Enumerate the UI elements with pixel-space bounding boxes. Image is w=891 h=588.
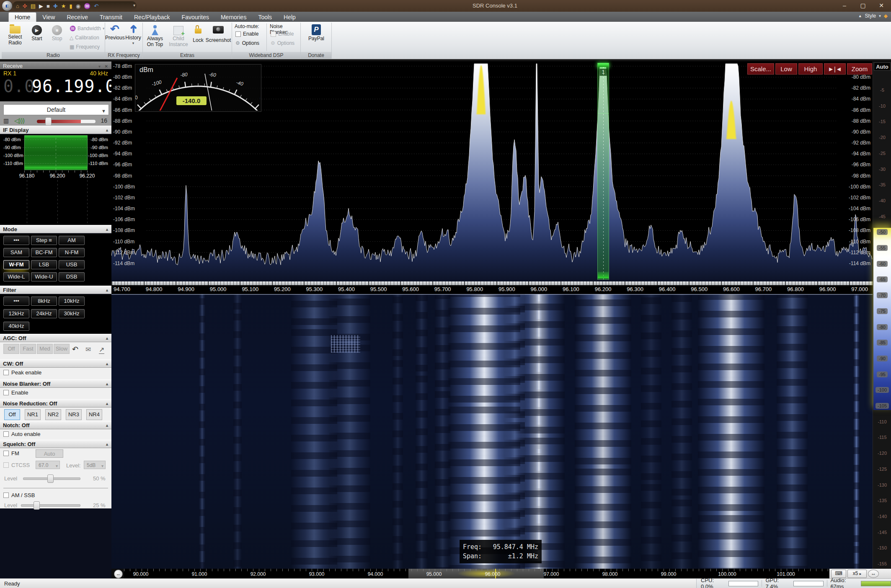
mode-button-bcfm[interactable]: BC-FM <box>31 248 57 257</box>
noise-blanker-panel-header[interactable]: Noise Blanker: Off▴ <box>0 379 111 388</box>
folder-icon[interactable]: ▤ <box>31 3 36 9</box>
notch-auto-checkbox[interactable] <box>3 431 9 437</box>
auto-scale-button[interactable]: Auto <box>874 62 891 71</box>
if-display-header[interactable]: IF Display▴ <box>0 126 111 134</box>
squelch-fm-checkbox[interactable] <box>3 451 9 456</box>
style-dropdown-icon[interactable]: ▾ <box>879 14 881 18</box>
am-ssb-level-thumb[interactable] <box>34 501 40 510</box>
receive-panel-header[interactable]: Receive ▾ ✕ <box>0 62 111 70</box>
filter-panel-header[interactable]: Filter▴ <box>0 286 111 294</box>
filter-button-24khz[interactable]: 24kHz <box>31 309 57 318</box>
profile-combo[interactable]: Default▼ <box>3 104 109 115</box>
mode-button-nfm[interactable]: N-FM <box>59 248 85 257</box>
tab-memories[interactable]: Memories <box>215 13 252 22</box>
select-radio-button[interactable]: Select Radio <box>4 23 26 51</box>
app-logo-icon[interactable]: ◧ <box>2 0 13 11</box>
maximize-button[interactable]: ▢ <box>856 0 870 11</box>
noise-blanker-enable[interactable]: Enable <box>271 31 294 37</box>
am-ssb-level-track[interactable] <box>21 504 80 507</box>
start-button[interactable]: ▶ Start <box>28 23 46 51</box>
colour-scale-highlight[interactable] <box>873 228 891 410</box>
equalizer-icon[interactable]: ▥ <box>3 117 9 124</box>
squelch-auto-button[interactable]: Auto <box>36 449 63 458</box>
nr-button-nr1[interactable]: NR1 <box>25 409 41 420</box>
agc-panel-header[interactable]: AGC: Off▴ <box>0 334 111 342</box>
filter-button-40khz[interactable]: 40kHz <box>3 322 29 331</box>
stop-icon[interactable]: ■ <box>46 3 50 9</box>
home-icon[interactable]: ⌂ <box>16 3 19 9</box>
agc-button-fast[interactable]: Fast <box>20 344 36 354</box>
nr-button-nr4[interactable]: NR4 <box>86 409 102 420</box>
filter-button-10khz[interactable]: 10kHz <box>59 297 85 306</box>
ctcss-level-select[interactable]: 5dB▾ <box>84 461 106 469</box>
mode-panel-header[interactable]: Mode▴ <box>0 225 111 233</box>
frequency-display[interactable]: RX 1 40 kHz 0.0 96.199.000 <box>0 69 111 101</box>
mode-button-lsb[interactable]: LSB <box>31 260 57 269</box>
previous-button[interactable]: ↶ Previous <box>105 23 124 51</box>
peak-enable-option[interactable]: Peak enable <box>3 369 41 376</box>
lock-button[interactable]: Lock <box>191 23 206 51</box>
ctcss-freq-select[interactable]: 67.0▾ <box>36 461 60 469</box>
squelch-level-thumb[interactable] <box>47 475 54 483</box>
mode-button-wfm[interactable]: W-FM <box>3 260 29 269</box>
volume-thumb[interactable] <box>45 117 52 126</box>
mode-button-widel[interactable]: Wide-L <box>3 272 29 281</box>
tab-help[interactable]: Help <box>278 13 302 22</box>
select-radio-icon[interactable]: ✜ <box>23 3 27 9</box>
spectrum-button-[interactable]: ►|◄ <box>824 63 846 75</box>
rx-marker-cap[interactable] <box>598 63 609 67</box>
waterfall-display[interactable]: Freq:95.847.4 MHz Span:±1.2 MHz <box>111 294 873 569</box>
tune-icon[interactable]: ♒ <box>84 3 90 9</box>
nav-zoom-button[interactable]: x5 ▸ <box>847 570 867 578</box>
noise-reduction-panel-header[interactable]: Noise Reduction: Off▴ <box>0 399 111 407</box>
spectrum-button-high[interactable]: High <box>798 63 823 75</box>
favourite-icon[interactable]: ★ <box>61 3 66 9</box>
mode-button-usb[interactable]: USB <box>59 260 85 269</box>
auto-mute-options[interactable]: ⚙ Options <box>235 40 259 46</box>
nr-button-nr3[interactable]: NR3 <box>66 409 82 420</box>
nav-expand-icon[interactable]: ↔ <box>114 570 123 578</box>
quick-access-more-icon[interactable]: ▾ <box>133 3 135 8</box>
tab-receive[interactable]: Receive <box>61 13 94 22</box>
mode-button-dsb[interactable]: DSB <box>59 272 85 281</box>
mode-button-wideu[interactable]: Wide-U <box>31 272 57 281</box>
nav-span-icon[interactable]: ↔ <box>868 570 879 578</box>
history-dropdown-icon[interactable]: ▾ <box>124 41 142 45</box>
noise-blanker-enable-checkbox[interactable] <box>271 31 276 37</box>
frequency-axis[interactable]: 94.70094.80094.90095.00095.10095.20095.3… <box>111 281 873 294</box>
mode-button-am[interactable]: AM <box>59 236 85 245</box>
calibration-button[interactable]: △ Calibration <box>70 34 99 42</box>
auto-mute-enable[interactable]: Enable <box>235 31 258 37</box>
start-icon[interactable]: ▶ <box>39 3 43 9</box>
tab-tools[interactable]: Tools <box>252 13 278 22</box>
screenshot-icon[interactable]: ◉ <box>76 3 80 9</box>
nb-enable-checkbox[interactable] <box>3 390 9 395</box>
agc-graph-icon[interactable]: ↗ <box>99 346 104 354</box>
mode-button-[interactable]: ••• <box>3 236 29 245</box>
spectrum-button-zoom[interactable]: Zoom <box>847 63 872 75</box>
spectrum-button-low[interactable]: Low <box>775 63 797 75</box>
speaker-icon[interactable]: ◁))) <box>14 117 25 124</box>
filter-button-12khz[interactable]: 12kHz <box>3 309 29 318</box>
agc-button-off[interactable]: Off <box>3 344 19 354</box>
mode-button-sam[interactable]: SAM <box>3 248 29 257</box>
cw-panel-header[interactable]: CW: Off▴ <box>0 359 111 368</box>
tab-transmit[interactable]: Transmit <box>94 13 128 22</box>
style-menu[interactable]: ▲ Style ▾ ◆ <box>858 13 888 19</box>
squelch-ctcss-option[interactable]: CTCSS <box>3 462 30 468</box>
squelch-panel-header[interactable]: Squelch: Off▴ <box>0 440 111 448</box>
mode-button-step[interactable]: Step ≡ <box>31 236 57 245</box>
squelch-ctcss-checkbox[interactable] <box>3 462 9 468</box>
nr-button-off[interactable]: Off <box>4 409 20 420</box>
spectrum-display[interactable]: -78 dBm-80 dBm-82 dBm-84 dBm-86 dBm-88 d… <box>111 62 873 281</box>
agc-undo-icon[interactable]: ↶ <box>72 345 78 354</box>
close-button[interactable]: ✕ <box>874 0 888 11</box>
stop-button[interactable]: ■ Stop <box>48 23 66 51</box>
undo-icon[interactable]: ↶ <box>94 3 98 9</box>
agc-button-slow[interactable]: Slow <box>54 344 70 354</box>
nr-button-nr2[interactable]: NR2 <box>45 409 61 420</box>
tab-home[interactable]: Home <box>8 12 36 22</box>
notch-panel-header[interactable]: Notch: Off▴ <box>0 421 111 429</box>
noise-blanker-options[interactable]: ⚙ Options <box>271 40 294 46</box>
paypal-button[interactable]: P PayPal <box>306 23 327 51</box>
